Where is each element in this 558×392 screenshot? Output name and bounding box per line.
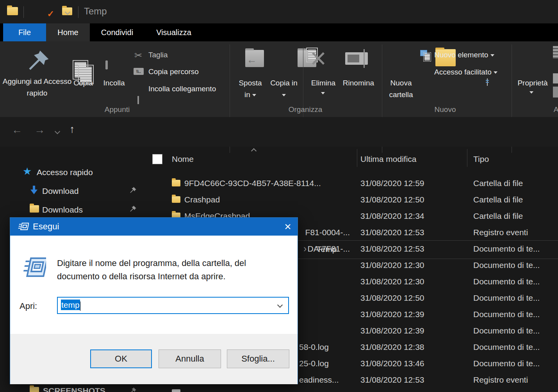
properties-caret-icon[interactable]	[529, 91, 533, 94]
clipped-ribbon-icon-2	[553, 73, 558, 83]
file-type: Cartella di file	[473, 195, 557, 204]
pin-to-quick-access-button[interactable]: Aggiungi ad Accesso rapido	[2, 76, 72, 99]
file-row[interactable]: 9FD4C66C-93CD-4B57-A38E-8114... 31/08/20…	[144, 176, 558, 192]
tab-share[interactable]: Condividi	[90, 23, 144, 41]
close-icon[interactable]: ×	[278, 218, 298, 236]
file-name: 25-0.log	[299, 359, 329, 368]
combo-dropdown-chevron-icon[interactable]	[277, 302, 283, 308]
file-type: Documento di te...	[473, 310, 557, 319]
paste-icon	[105, 60, 108, 69]
recent-locations-chevron-icon[interactable]	[55, 129, 60, 134]
easy-access-button[interactable]: Accesso facilitato	[434, 68, 497, 76]
new-item-icon	[420, 50, 430, 60]
file-date: 31/08/2020 12:39	[360, 310, 424, 319]
column-header-modified[interactable]: Ultima modifica	[360, 154, 417, 164]
pin-icon	[130, 205, 137, 212]
clipped-ribbon-icon-3	[553, 87, 558, 98]
file-type: Documento di te...	[473, 261, 557, 270]
column-header-name[interactable]: Nome	[172, 154, 194, 164]
window-title: Temp	[84, 6, 107, 17]
file-date: 31/08/2020 12:53	[360, 228, 424, 237]
move-to-button[interactable]: Sposta in	[237, 77, 264, 101]
quick-access-star-icon: ★	[23, 165, 32, 177]
move-to-icon: ←	[245, 50, 264, 67]
file-icon	[172, 389, 180, 392]
tab-view[interactable]: Visualizza	[144, 23, 203, 41]
file-type: Documento di te...	[473, 293, 557, 303]
ribbon: Aggiungi ad Accesso rapido Copia Incolla…	[0, 41, 558, 117]
copy-to-button[interactable]: Copia in	[270, 77, 298, 101]
file-type: Cartella di file	[473, 179, 557, 188]
file-date: 31/08/2020 12:53	[360, 244, 424, 254]
download-label: Download	[42, 186, 78, 196]
run-dialog: Esegui × Digitare il nome del programma,…	[10, 217, 298, 384]
file-date: 31/08/2020 12:30	[360, 277, 424, 286]
ok-button[interactable]: OK	[90, 349, 152, 368]
run-window-icon	[17, 222, 29, 231]
column-separator[interactable]	[357, 149, 357, 167]
text-cursor	[80, 302, 80, 311]
new-item-label: Nuovo elemento	[434, 51, 488, 59]
run-dialog-message: Digitare il nome del programma, della ca…	[57, 257, 274, 283]
run-input-value: temp	[61, 300, 80, 311]
file-date: 31/08/2020 12:50	[360, 195, 424, 204]
copy-to-label: Copia in	[270, 79, 298, 87]
rename-button[interactable]: Rinomina	[339, 77, 378, 89]
sidebar-item-download[interactable]: Download	[0, 183, 144, 199]
copy-path-icon: \\..	[134, 68, 144, 75]
up-icon[interactable]: ↑	[70, 123, 75, 135]
file-name: DA-7F81-...	[307, 244, 350, 254]
screenshots-label: SCREENSHOTS	[43, 386, 105, 392]
pin-icon	[130, 387, 137, 392]
tab-home[interactable]: Home	[46, 23, 90, 41]
tab-file[interactable]: File	[3, 23, 46, 41]
run-dialog-title: Esegui	[33, 222, 59, 232]
file-row[interactable]: Crashpad 31/08/2020 12:50 Cartella di fi…	[144, 192, 558, 208]
quick-access-label: Accesso rapido	[37, 168, 93, 177]
folder-icon	[172, 180, 180, 186]
forward-icon[interactable]: →	[34, 124, 45, 136]
delete-icon: ×	[310, 42, 326, 74]
sidebar-item-downloads[interactable]: Downloads	[0, 201, 144, 218]
file-name: 58-0.log	[299, 342, 329, 352]
file-type: Documento di te...	[473, 326, 557, 335]
new-folder-button[interactable]: Nuova cartella	[385, 77, 417, 101]
copy-button[interactable]: Copia	[70, 77, 97, 89]
sort-ascending-icon	[251, 148, 257, 154]
delete-button[interactable]: Elimina	[307, 77, 340, 89]
copy-path-button[interactable]: Copia percorso	[148, 67, 199, 76]
cancel-button[interactable]: Annulla	[159, 349, 221, 368]
move-to-caret-icon	[252, 94, 256, 96]
sidebar-item-quick-access[interactable]: ★ Accesso rapido	[0, 164, 144, 180]
run-dialog-icon	[20, 257, 46, 280]
file-date: 31/08/2020 12:53	[360, 375, 424, 385]
paste-button[interactable]: Incolla	[100, 77, 128, 89]
file-name: Crashpad	[184, 195, 220, 204]
run-input-selected-text: temp	[61, 300, 80, 310]
file-type: Registro eventi	[473, 228, 557, 237]
select-all-checkbox[interactable]	[152, 154, 162, 164]
copy-to-caret-icon	[282, 94, 286, 96]
paste-shortcut-button[interactable]: Incolla collegamento	[148, 85, 216, 93]
file-row-partial[interactable]	[144, 388, 558, 392]
cut-button[interactable]: Taglia	[148, 51, 168, 59]
column-separator[interactable]	[467, 149, 467, 167]
run-dialog-title-bar[interactable]: Esegui ×	[10, 218, 298, 236]
title-bar: ✓ Temp	[0, 0, 558, 23]
new-item-button[interactable]: Nuovo elemento	[434, 51, 494, 59]
delete-caret-icon[interactable]	[321, 92, 325, 94]
easy-access-label: Accesso facilitato	[434, 68, 492, 76]
file-date: 31/08/2020 13:46	[360, 359, 424, 368]
downloads-label: Downloads	[42, 205, 83, 215]
qat-separator-2	[78, 6, 78, 18]
file-name: eadiness...	[299, 375, 339, 385]
properties-button[interactable]: Proprietà	[512, 77, 553, 89]
back-icon[interactable]: ←	[12, 124, 22, 136]
cut-icon: ✂	[134, 50, 142, 61]
move-to-label: Sposta in	[239, 79, 262, 99]
column-header-type[interactable]: Tipo	[473, 154, 489, 164]
run-input-combobox[interactable]: temp	[57, 297, 289, 314]
browse-button[interactable]: Sfoglia...	[227, 349, 289, 368]
clipped-ribbon-icon	[553, 46, 558, 59]
sidebar-item-screenshots[interactable]: SCREENSHOTS	[0, 385, 144, 392]
